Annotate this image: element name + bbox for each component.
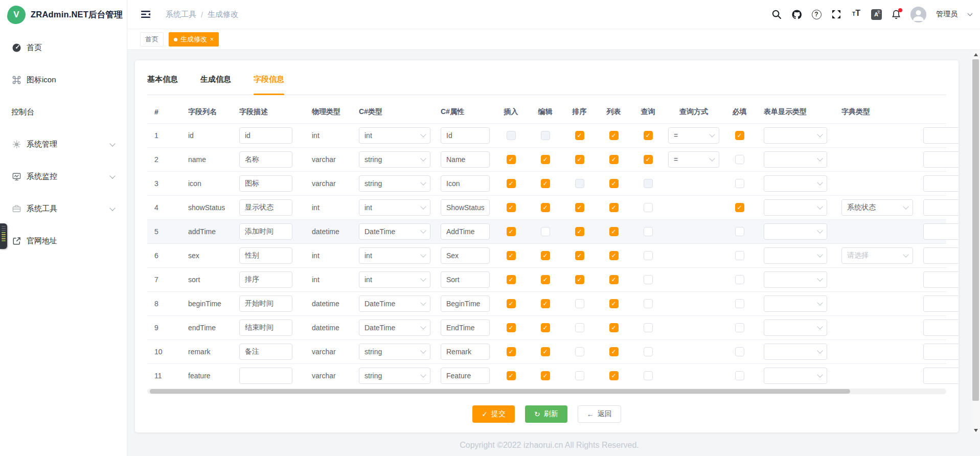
field-description-input[interactable]: [239, 368, 292, 384]
sidebar-item-system-manage[interactable]: 系统管理: [0, 128, 127, 161]
sort-checkbox[interactable]: [575, 347, 584, 356]
extra-input[interactable]: [923, 151, 959, 168]
sort-checkbox[interactable]: [575, 371, 584, 380]
query-checkbox[interactable]: [644, 203, 653, 212]
required-checkbox[interactable]: [735, 131, 744, 140]
sort-checkbox[interactable]: [575, 227, 584, 236]
github-icon[interactable]: [791, 9, 802, 20]
dict-type-select[interactable]: 系统状态: [841, 199, 913, 216]
field-description-input[interactable]: [239, 344, 292, 360]
chevron-down-icon[interactable]: [968, 11, 973, 16]
translate-icon[interactable]: A文: [871, 9, 882, 20]
sort-checkbox[interactable]: [575, 275, 584, 284]
list-checkbox[interactable]: [609, 227, 619, 236]
display-type-select[interactable]: [764, 271, 827, 288]
csharp-type-select[interactable]: int: [359, 127, 430, 144]
list-checkbox[interactable]: [609, 275, 619, 284]
tab-gen-info[interactable]: 生成信息: [200, 70, 231, 95]
required-checkbox[interactable]: [735, 179, 744, 188]
csharp-attr-input[interactable]: [441, 271, 490, 288]
required-checkbox[interactable]: [735, 347, 744, 356]
csharp-type-select[interactable]: int: [359, 199, 430, 216]
field-description-input[interactable]: [239, 295, 292, 312]
extra-input[interactable]: [923, 247, 959, 264]
sort-checkbox[interactable]: [575, 251, 584, 260]
csharp-attr-input[interactable]: [441, 247, 490, 264]
edit-checkbox[interactable]: [541, 371, 550, 380]
display-type-select[interactable]: [764, 295, 827, 312]
csharp-type-select[interactable]: int: [359, 247, 430, 264]
extra-input[interactable]: [923, 175, 959, 192]
avatar[interactable]: [910, 7, 926, 22]
query-type-select[interactable]: =: [668, 151, 719, 168]
insert-checkbox[interactable]: [507, 251, 516, 260]
field-description-input[interactable]: [239, 247, 292, 264]
csharp-attr-input[interactable]: [441, 127, 490, 144]
extra-input[interactable]: [923, 199, 959, 216]
sidebar-item-system-monitor[interactable]: 系统监控: [0, 161, 127, 193]
query-checkbox[interactable]: [644, 323, 653, 332]
sort-checkbox[interactable]: [575, 323, 584, 332]
refresh-button[interactable]: ↻刷新: [525, 405, 567, 423]
list-checkbox[interactable]: [609, 251, 619, 260]
csharp-type-select[interactable]: string: [359, 368, 430, 384]
close-icon[interactable]: ×: [210, 36, 214, 42]
csharp-type-select[interactable]: int: [359, 271, 430, 288]
field-description-input[interactable]: [239, 199, 292, 216]
font-size-icon[interactable]: TT: [851, 9, 862, 20]
field-description-input[interactable]: [239, 175, 292, 192]
csharp-type-select[interactable]: string: [359, 151, 430, 168]
edit-checkbox[interactable]: [541, 347, 550, 356]
scroll-up-icon[interactable]: [971, 51, 980, 58]
required-checkbox[interactable]: [735, 227, 744, 236]
display-type-select[interactable]: [764, 199, 827, 216]
edit-checkbox[interactable]: [541, 299, 550, 308]
field-description-input[interactable]: [239, 320, 292, 336]
sidebar-item-home[interactable]: 首页: [0, 32, 127, 64]
display-type-select[interactable]: [764, 151, 827, 168]
csharp-attr-input[interactable]: [441, 151, 490, 168]
query-checkbox[interactable]: [644, 275, 653, 284]
vertical-scrollbar[interactable]: [971, 51, 980, 434]
query-checkbox[interactable]: [644, 179, 653, 188]
tab-basic-info[interactable]: 基本信息: [147, 70, 178, 95]
fullscreen-icon[interactable]: [831, 9, 842, 20]
list-checkbox[interactable]: [609, 323, 619, 332]
required-checkbox[interactable]: [735, 251, 744, 260]
display-type-select[interactable]: [764, 223, 827, 240]
edit-checkbox[interactable]: [541, 155, 550, 164]
tab-field-info[interactable]: 字段信息: [254, 70, 284, 95]
search-icon[interactable]: [771, 9, 782, 20]
extra-input[interactable]: [923, 368, 959, 384]
edit-checkbox[interactable]: [541, 251, 550, 260]
csharp-attr-input[interactable]: [441, 320, 490, 336]
csharp-type-select[interactable]: string: [359, 175, 430, 192]
extra-input[interactable]: [923, 320, 959, 336]
list-checkbox[interactable]: [609, 299, 619, 308]
list-checkbox[interactable]: [609, 155, 619, 164]
edit-checkbox[interactable]: [541, 131, 550, 140]
insert-checkbox[interactable]: [507, 131, 516, 140]
edit-checkbox[interactable]: [541, 275, 550, 284]
tag-active[interactable]: 生成修改 ×: [169, 32, 219, 47]
edit-checkbox[interactable]: [541, 203, 550, 212]
csharp-attr-input[interactable]: [441, 199, 490, 216]
sort-checkbox[interactable]: [575, 299, 584, 308]
vertical-scrollbar-thumb[interactable]: [972, 59, 979, 401]
required-checkbox[interactable]: [735, 203, 744, 212]
insert-checkbox[interactable]: [507, 347, 516, 356]
field-description-input[interactable]: [239, 271, 292, 288]
required-checkbox[interactable]: [735, 275, 744, 284]
insert-checkbox[interactable]: [507, 371, 516, 380]
edit-checkbox[interactable]: [541, 179, 550, 188]
csharp-attr-input[interactable]: [441, 223, 490, 240]
query-checkbox[interactable]: [644, 227, 653, 236]
query-checkbox[interactable]: [644, 347, 653, 356]
insert-checkbox[interactable]: [507, 299, 516, 308]
breadcrumb-parent[interactable]: 系统工具: [166, 10, 196, 19]
required-checkbox[interactable]: [735, 371, 744, 380]
horizontal-scrollbar-thumb[interactable]: [150, 389, 850, 394]
display-type-select[interactable]: [764, 127, 827, 144]
dict-type-select[interactable]: 请选择: [841, 247, 913, 264]
insert-checkbox[interactable]: [507, 179, 516, 188]
